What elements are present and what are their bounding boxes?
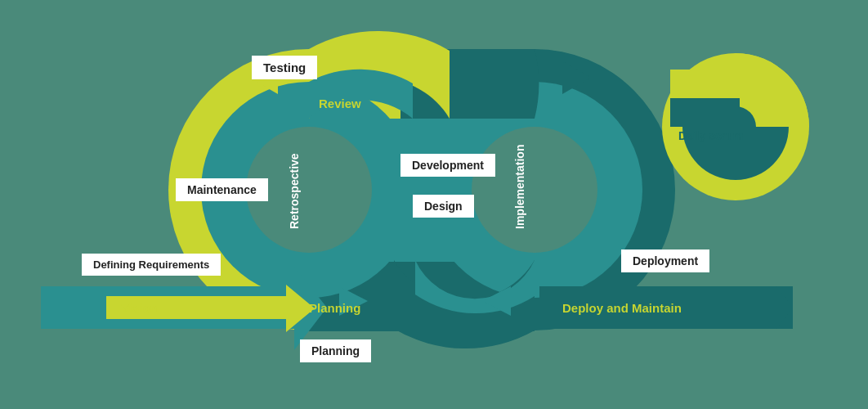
defining-requirements-label: Defining Requirements	[82, 254, 221, 276]
diagram-container: Testing Review Maintenance Retrospective…	[0, 0, 868, 409]
daily-scrum-label: Daily scrum	[678, 129, 743, 142]
planning-box-label: Planning	[300, 339, 371, 362]
testing-label: Testing	[252, 56, 317, 79]
planning-arrow-label: Planning	[309, 301, 360, 315]
maintenance-label: Maintenance	[176, 178, 268, 201]
deployment-label: Deployment	[621, 249, 709, 272]
svg-rect-45	[670, 70, 740, 98]
review-label: Review	[319, 97, 361, 110]
design-label: Design	[413, 195, 474, 218]
retrospective-label: Retrospective	[288, 131, 301, 229]
svg-point-31	[472, 127, 597, 253]
implementation-label: Implementation	[513, 131, 526, 229]
deploy-maintain-label: Deploy and Maintain	[562, 301, 682, 315]
development-label: Development	[400, 154, 495, 177]
vision-label: Vision	[121, 301, 158, 315]
